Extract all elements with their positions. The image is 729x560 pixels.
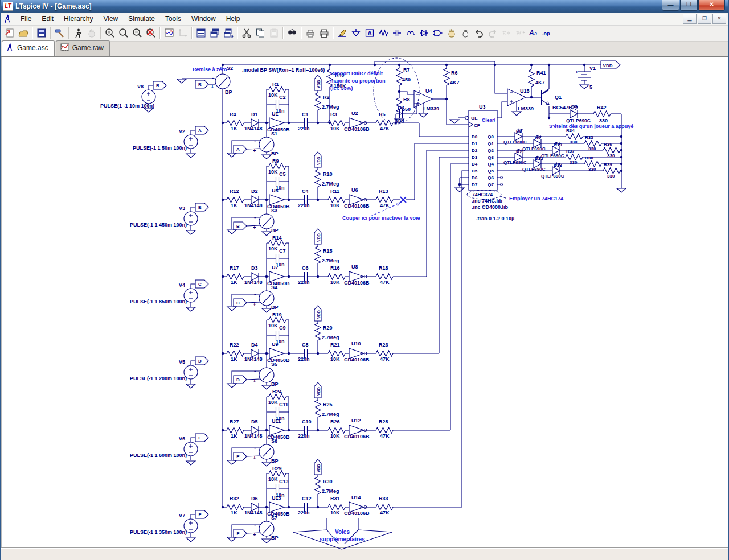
child-restore-button[interactable]: ❐ <box>698 14 711 24</box>
print-icon[interactable] <box>317 26 331 40</box>
sch-label: R11 <box>330 188 339 194</box>
sch-label: R34 <box>566 128 575 133</box>
sch-label: R1 <box>272 81 279 87</box>
menu-view[interactable]: View <box>98 14 123 24</box>
new-schematic-icon[interactable] <box>3 26 17 40</box>
child-minimize-button[interactable]: ▁ <box>683 14 697 24</box>
sch-label: CD40106B <box>344 510 370 516</box>
sch-label: U2 <box>351 110 358 116</box>
draw-wire-icon[interactable] <box>335 26 349 40</box>
tab-game-raw[interactable]: Game.raw <box>56 40 110 56</box>
sch-label: R33 <box>379 496 388 501</box>
junction-dot <box>530 96 533 98</box>
find-icon[interactable] <box>285 26 299 40</box>
zoom-out-icon[interactable] <box>130 26 144 40</box>
ground-symbol <box>186 461 195 465</box>
drag-icon[interactable] <box>458 26 472 40</box>
print-preview-icon[interactable] <box>304 26 317 40</box>
menu-hierarchy[interactable]: Hierarchy <box>59 14 98 24</box>
sch-wire <box>247 379 260 380</box>
save-icon[interactable] <box>35 26 48 40</box>
sch-wire <box>263 371 271 380</box>
run-simulation-icon[interactable] <box>71 26 85 40</box>
cascade-windows-icon[interactable] <box>208 26 222 40</box>
junction-dot <box>458 183 461 186</box>
zoom-full-icon[interactable] <box>117 26 130 40</box>
child-close-button[interactable]: ✕ <box>712 14 726 24</box>
undo-icon[interactable] <box>472 26 486 40</box>
place-label-icon[interactable]: A <box>363 26 376 40</box>
control-panel-icon[interactable] <box>53 26 67 40</box>
menu-simulate[interactable]: Simulate <box>123 14 160 24</box>
ground-symbol <box>262 232 271 236</box>
sch-label: R24 <box>272 389 282 394</box>
sch-label: R18 <box>379 265 388 271</box>
comment-divider: Rapport R8/R7 définit <box>330 71 383 76</box>
place-capacitor-icon[interactable] <box>390 26 404 40</box>
ground-symbol <box>186 538 195 542</box>
place-component-icon[interactable] <box>431 26 445 40</box>
close-button[interactable]: ✕ <box>698 0 725 11</box>
sch-label: 2.7Meg <box>322 258 339 263</box>
move-icon[interactable] <box>445 26 458 40</box>
autorange-y-icon <box>176 26 190 40</box>
port-label: B <box>236 224 240 229</box>
place-diode-icon[interactable] <box>417 26 431 40</box>
sch-label: D3 <box>472 155 478 160</box>
resistor-symbol <box>566 154 583 160</box>
port-label: R <box>198 82 202 87</box>
ground-symbol <box>144 108 153 112</box>
sch-label: 1N4148 <box>244 356 263 362</box>
copy-icon[interactable] <box>253 26 267 40</box>
comment-more-channels: supplémentaires <box>320 536 365 542</box>
sch-label: 74HC374 <box>472 192 493 197</box>
waveform-pane-icon[interactable] <box>162 26 176 40</box>
sch-label: 10K <box>268 323 278 328</box>
sch-label: U8 <box>351 264 358 270</box>
sch-label: BP <box>271 304 279 310</box>
menu-tools[interactable]: Tools <box>160 14 186 24</box>
resistor-symbol <box>269 394 286 400</box>
schematic-canvas[interactable]: R41KD11N4148U1CD4050BR110KC210nC1220nVDD… <box>1 56 728 547</box>
zoom-in-icon[interactable] <box>103 26 117 40</box>
sch-label: Q1 <box>488 141 494 146</box>
menu-file[interactable]: File <box>15 14 36 24</box>
sch-wire <box>247 149 260 149</box>
spice-model-directive: .model BP SW(Ron=1 Roff=100e6) <box>242 67 325 73</box>
cut-icon[interactable] <box>240 26 253 40</box>
zoom-clear-icon[interactable] <box>144 26 158 40</box>
place-text-icon[interactable]: Aa <box>527 26 540 40</box>
title-bar[interactable]: LT LTspice IV - [Game.asc] ▬ ❐ ✕ <box>1 0 728 13</box>
tab-game-asc[interactable]: Game.asc <box>2 40 55 56</box>
sch-label: CD4050B <box>267 127 290 133</box>
sch-label: R17 <box>230 265 239 271</box>
sch-label: 2.7Meg <box>322 411 339 417</box>
sch-label: 1K <box>231 433 237 439</box>
sch-label: BC547B <box>552 105 572 110</box>
open-file-icon[interactable] <box>17 26 30 40</box>
sch-label: C13 <box>279 479 289 484</box>
place-resistor-icon[interactable] <box>376 26 390 40</box>
maximize-button[interactable]: ❐ <box>680 0 698 11</box>
minimize-button[interactable]: ▬ <box>662 0 679 11</box>
menu-edit[interactable]: Edit <box>36 14 59 24</box>
npn-symbol <box>542 90 549 94</box>
sch-label: R41 <box>536 70 546 76</box>
port-label: A <box>236 147 240 152</box>
sch-label: VDD <box>317 464 321 472</box>
ground-symbol <box>419 113 428 117</box>
place-ground-icon[interactable] <box>349 26 363 40</box>
menu-help[interactable]: Help <box>221 14 245 24</box>
place-inductor-icon[interactable] <box>404 26 417 40</box>
sch-label: 1K <box>231 203 237 208</box>
waveform-icon <box>60 43 70 53</box>
menu-window[interactable]: Window <box>186 14 221 24</box>
tile-windows-icon[interactable] <box>194 26 208 40</box>
ground-symbol <box>262 385 271 389</box>
resistor-symbol <box>566 134 583 139</box>
spice-directive-icon[interactable]: .op <box>540 26 554 40</box>
resistor-symbol <box>315 477 321 494</box>
arrange-windows-icon[interactable] <box>222 26 235 40</box>
sch-label: 10n <box>276 262 285 267</box>
resistor-symbol <box>315 246 321 263</box>
